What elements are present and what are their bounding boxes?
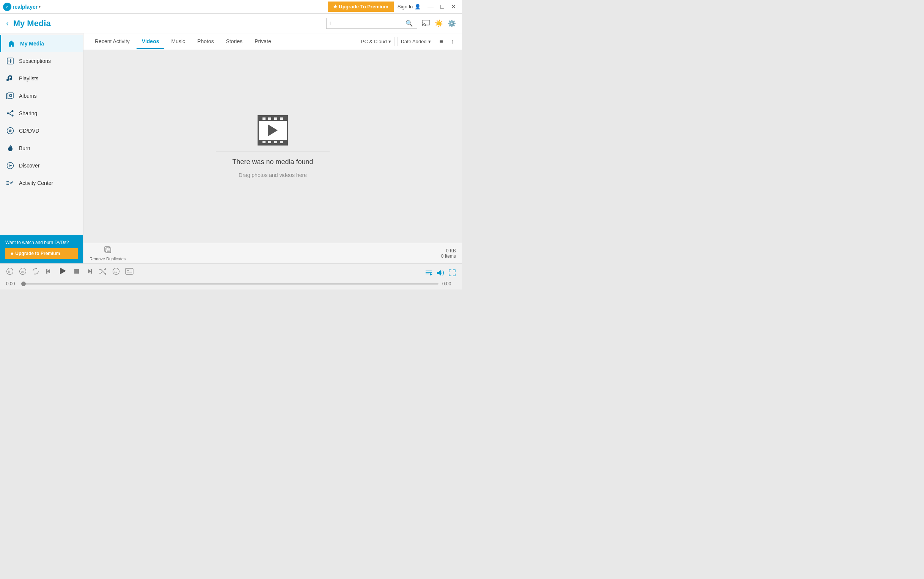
skip-back-10-button[interactable]: 10: [19, 268, 26, 277]
tab-recent-activity[interactable]: Recent Activity: [90, 34, 135, 49]
remove-duplicates-button[interactable]: Remove Duplicates: [90, 245, 126, 261]
location-filter-chevron: ▾: [388, 39, 391, 44]
minimize-button[interactable]: —: [425, 3, 437, 11]
maximize-button[interactable]: □: [437, 3, 447, 11]
content-area: My Media Subscriptions P: [0, 33, 462, 263]
tabs-right-controls: PC & Cloud ▾ Date Added ▾ ≡ ↑: [358, 37, 456, 47]
progress-thumb: [21, 281, 26, 286]
svg-marker-17: [10, 164, 12, 167]
sign-in-label: Sign In: [397, 4, 413, 10]
sort-direction-button[interactable]: ↑: [448, 37, 456, 47]
page-title: My Media: [13, 18, 322, 28]
loop-button[interactable]: [32, 268, 39, 277]
location-filter-label: PC & Cloud: [361, 39, 387, 44]
location-filter[interactable]: PC & Cloud ▾: [358, 37, 394, 46]
svg-marker-34: [60, 268, 66, 274]
realplayer-logo[interactable]: r realplayer ▾: [3, 3, 41, 11]
play-triangle: [268, 124, 277, 136]
title-bar-right: ★ Upgrade To Premium Sign In 👤 — □ ✕: [328, 2, 459, 12]
tab-photos[interactable]: Photos: [192, 34, 219, 49]
shuffle-button[interactable]: [98, 268, 107, 276]
brightness-button[interactable]: ☀️: [435, 19, 443, 28]
svg-point-8: [12, 110, 14, 112]
tab-music[interactable]: Music: [166, 34, 190, 49]
svg-point-9: [7, 113, 9, 114]
stop-button[interactable]: [73, 268, 80, 277]
svg-point-10: [12, 115, 14, 117]
title-bar: r realplayer ▾ ★ Upgrade To Premium Sign…: [0, 0, 462, 14]
no-media-text: There was no media found: [232, 158, 313, 166]
skip-forward-10-button[interactable]: 10: [112, 268, 120, 277]
queue-button[interactable]: [425, 269, 432, 278]
app-container: ‹ My Media 🔍 ☀️ ⚙️: [0, 14, 462, 290]
empty-state: There was no media found Drag photos and…: [84, 50, 462, 243]
progress-row: 0:00 0:00: [6, 281, 456, 286]
tabs-bar: Recent Activity Videos Music Photos Stor…: [84, 33, 462, 50]
sidebar-label-activity-center: Activity Center: [19, 180, 53, 186]
sidebar-item-subscriptions[interactable]: Subscriptions: [0, 52, 83, 70]
expand-button[interactable]: [448, 269, 456, 278]
sidebar-label-cd-dvd: CD/DVD: [19, 128, 39, 134]
sidebar-item-activity-center[interactable]: Activity Center: [0, 174, 83, 192]
sidebar-item-discover[interactable]: Discover: [0, 157, 83, 174]
promo-upgrade-button[interactable]: ★ Upgrade to Premium: [5, 248, 78, 259]
search-input[interactable]: [330, 20, 405, 26]
tab-stories[interactable]: Stories: [221, 34, 248, 49]
svg-rect-6: [8, 93, 13, 98]
subscriptions-icon: [6, 57, 15, 65]
sidebar-item-cd-dvd[interactable]: CD/DVD: [0, 122, 83, 139]
sidebar-item-playlists[interactable]: Playlists: [0, 70, 83, 87]
sidebar-label-discover: Discover: [19, 163, 39, 168]
sidebar-label-albums: Albums: [19, 93, 37, 99]
main-content: Recent Activity Videos Music Photos Stor…: [84, 33, 462, 263]
sidebar-item-albums[interactable]: Albums: [0, 87, 83, 105]
search-bar: 🔍: [326, 18, 417, 29]
sidebar-label-subscriptions: Subscriptions: [19, 58, 51, 64]
bottom-bar: Remove Duplicates 0 KB 0 Items: [84, 243, 462, 263]
drag-text: Drag photos and videos here: [239, 172, 307, 178]
logo-icon: r: [3, 3, 11, 11]
remove-dup-icon: [103, 245, 112, 256]
tab-videos[interactable]: Videos: [136, 34, 165, 49]
next-button[interactable]: [86, 268, 93, 277]
svg-text:10: 10: [21, 271, 24, 273]
sidebar-item-sharing[interactable]: Sharing: [0, 105, 83, 122]
sidebar-label-playlists: Playlists: [19, 75, 38, 82]
sidebar: My Media Subscriptions P: [0, 33, 84, 263]
sign-in-button[interactable]: Sign In 👤: [394, 2, 424, 11]
header-area: ‹ My Media 🔍 ☀️ ⚙️: [0, 14, 462, 33]
film-sprocket-bottom: [259, 140, 287, 144]
user-icon: 👤: [415, 4, 421, 10]
tab-private[interactable]: Private: [249, 34, 277, 49]
rewind-button[interactable]: ⟨⟨: [6, 268, 14, 277]
player-footer: ⟨⟨ 10: [6, 266, 456, 281]
storage-info: 0 KB 0 Items: [441, 248, 456, 259]
svg-rect-37: [91, 269, 92, 273]
sidebar-label-burn: Burn: [19, 145, 30, 151]
sidebar-label-my-media: My Media: [20, 41, 44, 47]
close-button[interactable]: ✕: [448, 2, 459, 11]
list-view-button[interactable]: ≡: [437, 37, 445, 47]
volume-button[interactable]: [436, 269, 445, 278]
sidebar-item-my-media[interactable]: My Media: [0, 35, 83, 52]
logo-dropdown-arrow: ▾: [39, 5, 41, 9]
sidebar-item-burn[interactable]: Burn: [0, 139, 83, 157]
play-button[interactable]: [57, 266, 67, 278]
svg-line-12: [9, 114, 12, 115]
prev-button[interactable]: [45, 268, 53, 277]
sort-filter[interactable]: Date Added ▾: [397, 37, 434, 46]
player-bar: ⟨⟨ 10: [0, 263, 462, 290]
captions-button[interactable]: [125, 268, 133, 276]
progress-bar[interactable]: [23, 283, 438, 285]
storage-kb: 0 KB: [441, 248, 456, 254]
settings-button[interactable]: ⚙️: [448, 19, 456, 28]
upgrade-premium-button[interactable]: ★ Upgrade To Premium: [328, 2, 394, 12]
cast-button[interactable]: [422, 19, 430, 28]
sharing-icon: [6, 109, 15, 118]
search-icon[interactable]: 🔍: [405, 20, 413, 27]
player-controls: ⟨⟨ 10: [6, 266, 133, 278]
back-button[interactable]: ‹: [6, 19, 9, 28]
svg-text:10: 10: [114, 271, 117, 273]
sidebar-promo: Want to watch and burn DVDs? ★ Upgrade t…: [0, 235, 83, 263]
sort-filter-chevron: ▾: [428, 39, 431, 44]
